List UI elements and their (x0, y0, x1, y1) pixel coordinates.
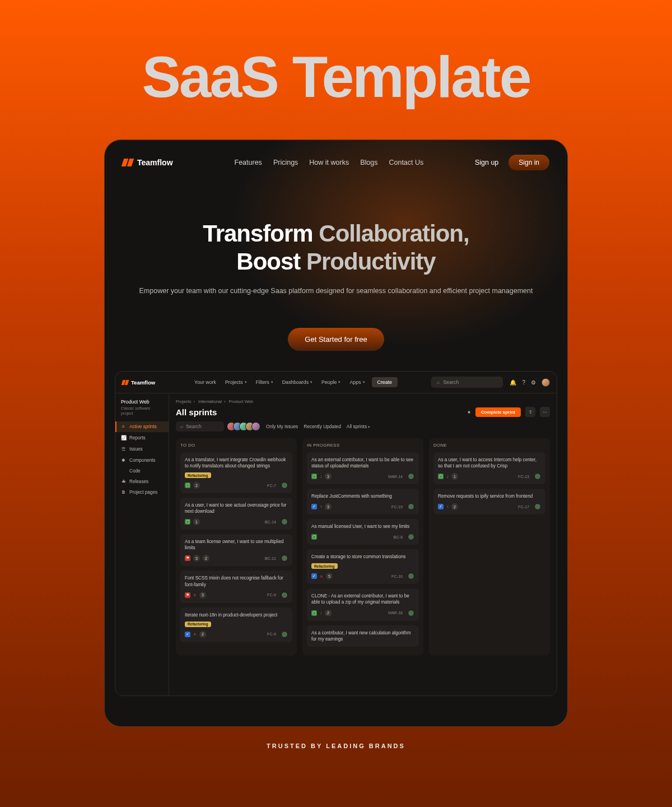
issue-type-icon: ▢ (185, 519, 190, 525)
bell-icon[interactable]: 🔔 (510, 379, 516, 386)
board-card[interactable]: As an external contributor, I want to be… (307, 452, 419, 484)
breadcrumb: Projects› International› Product Web (176, 399, 550, 404)
card-date: MAR-14 (388, 475, 403, 479)
brand-logo-icon (123, 159, 133, 166)
sidebar-item-label: Reports (129, 435, 146, 440)
story-points: 1 (451, 473, 458, 480)
app-nav-people[interactable]: People▾ (321, 379, 340, 385)
app-nav-dashboards[interactable]: Dashboards▾ (282, 379, 312, 385)
create-button[interactable]: Create (372, 377, 398, 387)
hero-subtitle: Empower your team with our cutting-edge … (105, 285, 567, 296)
chevron-down-icon: ▾ (271, 380, 273, 384)
board-card[interactable]: As a translator, I want integrate Crowdi… (180, 452, 292, 493)
nav-blogs[interactable]: Blogs (360, 159, 377, 166)
help-icon[interactable]: ? (522, 379, 525, 386)
sidebar-item-reports[interactable]: 📈Reports (115, 432, 169, 443)
sidebar-item-active-sprints[interactable]: ≡Active sprints (115, 421, 169, 432)
app-nav-apps[interactable]: Apps▾ (349, 379, 365, 385)
assignee-avatar (534, 503, 541, 510)
chevron-down-icon: ▾ (363, 380, 365, 384)
assignee-avatar (281, 518, 288, 525)
filter-my-issues[interactable]: Only My Issues (266, 424, 298, 429)
sidebar-icon: 📈 (121, 435, 126, 440)
assignee-avatar (408, 534, 414, 540)
toolbar: ⌕ Search Only My Issues Recently Updated… (176, 421, 550, 432)
board-card[interactable]: As a contributor, I want new calculation… (307, 625, 419, 647)
issue-type-icon: ▢ (185, 483, 190, 488)
board-search-input[interactable]: ⌕ Search (176, 421, 224, 432)
board-card[interactable]: Replace JustComments with something✓↑3FC… (307, 489, 419, 514)
issue-type-icon: ✓ (185, 632, 190, 637)
sidebar-item-label: Code (129, 469, 141, 474)
search-input[interactable]: ⌕ Search (431, 377, 503, 388)
footer-text: TRUSTED BY LEADING BRANDS (0, 743, 672, 749)
assignee-avatar (281, 555, 288, 562)
filter-recent[interactable]: Recently Updated (304, 424, 341, 429)
nav-features[interactable]: Features (235, 159, 262, 166)
board-card[interactable]: As a user, I want to access Intercom hel… (433, 452, 545, 484)
board-card[interactable]: Remove requests to ipify service from fr… (433, 489, 545, 514)
breadcrumb-item[interactable]: Projects (176, 399, 191, 404)
assignee-avatar (408, 503, 414, 510)
card-title: Remove requests to ipify service from fr… (438, 493, 541, 499)
board-card[interactable]: CLONE - As an external contributor, I wa… (307, 588, 419, 620)
sidebar-item-issues[interactable]: ☰Issues (115, 443, 169, 454)
sidebar-icon: ≡ (121, 424, 126, 429)
app-topbar: Teamflow Your workProjects▾Filters▾Dashb… (115, 372, 557, 393)
filter-sprints[interactable]: All sprints ▾ (347, 424, 371, 429)
card-label: Refactoring (185, 472, 211, 478)
chevron-down-icon: ▾ (310, 380, 312, 384)
app-nav-projects[interactable]: Projects▾ (225, 379, 247, 385)
board-card[interactable]: Iterate nuxt-18n in product-developers p… (180, 607, 292, 642)
card-id: FC-9 (267, 592, 276, 597)
board-card[interactable]: As a team license owner, I want to use m… (180, 534, 292, 566)
card-title: Create a storage to store common transla… (311, 554, 414, 560)
sidebar-item-components[interactable]: ✱Components (115, 454, 169, 466)
card-title: Font SCSS mixin does not recognise fallb… (185, 575, 288, 587)
star-icon[interactable]: ★ (467, 409, 471, 415)
assignee-avatar (408, 610, 414, 616)
issue-type-icon: ⚑ (185, 555, 190, 561)
sidebar-item-project-pages[interactable]: 🗎Project pages (115, 487, 169, 498)
nav-how-it-works[interactable]: How it works (309, 159, 349, 166)
story-points: 2 (193, 482, 200, 489)
story-points: 5 (326, 573, 333, 579)
signup-link[interactable]: Sign up (475, 159, 498, 166)
assignee-filter[interactable] (230, 422, 260, 431)
card-id: FC-17 (518, 504, 529, 509)
nav-pricings[interactable]: Pricings (273, 159, 298, 166)
card-title: As a contributor, I want new calculation… (311, 630, 414, 642)
story-points: 3 (325, 473, 332, 480)
user-avatar[interactable] (542, 378, 550, 387)
board-card[interactable]: As manual licensed User, I want to see m… (307, 519, 419, 545)
card-title: As an external contributor, I want to be… (311, 457, 414, 469)
column-title: IN PROGRESS (307, 443, 419, 448)
sidebar-item-code[interactable]: Code (115, 466, 169, 476)
assignee-avatar (408, 573, 414, 579)
app-nav-filters[interactable]: Filters▾ (256, 379, 273, 385)
card-date: MAR-18 (388, 611, 403, 615)
cta-button[interactable]: Get Started for free (288, 328, 384, 351)
signin-button[interactable]: Sign in (508, 155, 549, 170)
card-id: FC-13 (518, 474, 529, 479)
issue-type-icon: ✓ (311, 504, 317, 509)
app-logo-icon (122, 380, 128, 385)
card-title: As a team license owner, I want to use m… (185, 539, 288, 551)
story-points: 2 (325, 610, 332, 616)
column-title: TO DO (180, 443, 292, 448)
share-icon[interactable]: ⇪ (525, 407, 535, 417)
board-card[interactable]: Font SCSS mixin does not recognise fallb… (180, 571, 292, 602)
board-card[interactable]: Create a storage to store common transla… (307, 549, 419, 584)
gear-icon[interactable]: ⚙ (531, 379, 536, 386)
sidebar-item-releases[interactable]: ⛴Releases (115, 476, 169, 487)
breadcrumb-item[interactable]: International (198, 399, 222, 404)
complete-sprint-button[interactable]: Complete sprint (475, 407, 521, 417)
sidebar-item-label: Components (129, 458, 155, 463)
sidebar: Product Web Classic software project ≡Ac… (115, 393, 169, 696)
more-icon[interactable]: ⋯ (540, 407, 550, 417)
issue-type-icon: ⚑ (185, 592, 190, 598)
app-nav-your-work[interactable]: Your work (194, 379, 216, 385)
breadcrumb-item[interactable]: Product Web (229, 399, 254, 404)
board-card[interactable]: As a user, I want to see actual overusag… (180, 498, 292, 530)
nav-contact[interactable]: Contact Us (389, 159, 423, 166)
